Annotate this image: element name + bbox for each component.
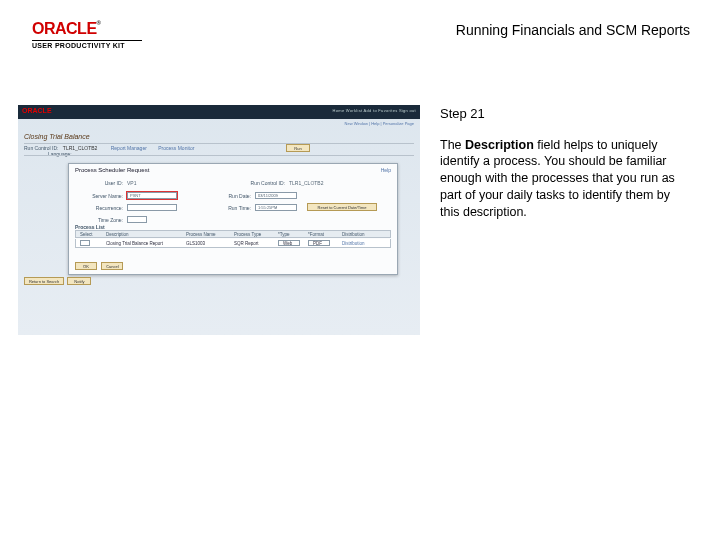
oracle-wordmark: ORACLE® [32,20,142,38]
th-select: Select [76,232,102,237]
oracle-mini-logo: ORACLE [22,107,52,114]
th-type: *Type [274,232,304,237]
app-topbar: ORACLE Home Worklist Add to Favorites Si… [18,105,420,119]
run-time-input: 1:55:25PM [255,204,297,211]
report-manager-link: Report Manager [99,145,147,151]
recurrence-input [127,204,177,211]
return-to-search-button: Return to Search [24,277,64,285]
row-description: Closing Trial Balance Report [102,241,182,246]
row-type-select: Web [278,240,300,246]
process-scheduler-modal: Process Scheduler Request Help User ID: … [68,163,398,275]
row-distribution-link: Distribution [338,241,369,246]
language-label: Language: [48,151,72,157]
time-zone-label: Time Zone: [75,217,127,223]
recurrence-label: Recurrence: [75,205,127,211]
process-monitor-link: Process Monitor [148,145,194,151]
server-name-label: Server Name: [75,193,127,199]
run-date-input: 03/11/2009 [255,192,297,199]
ok-button: OK [75,262,97,270]
user-id-value: VP1 [127,180,136,186]
step-number: Step 21 [440,105,690,123]
row-process-type: SQR Report [230,241,274,246]
page-title: Running Financials and SCM Reports [456,22,690,38]
th-distribution: Distribution [338,232,369,237]
row-format-select: PDF [308,240,330,246]
page-heading: Closing Trial Balance [24,133,90,140]
run-cntl-label: Run Control ID: [229,180,289,186]
user-id-label: User ID: [75,180,127,186]
th-description: Description [102,232,182,237]
row-process-name: GLS1003 [182,241,230,246]
run-date-label: Run Date: [209,193,255,199]
window-links: New Window | Help | Personalize Page [345,121,414,126]
server-name-input: PSNT [127,192,177,199]
notify-button: Notify [67,277,91,285]
modal-help-link: Help [381,167,391,173]
modal-title: Process Scheduler Request [69,164,397,176]
row-select-checkbox [80,240,90,246]
step-description: The Description field helps to uniquely … [440,137,690,221]
th-process-name: Process Name [182,232,230,237]
reset-datetime-button: Reset to Current Date/Time [307,203,377,211]
run-cntl-value: TLR1_CLOTB2 [289,180,323,186]
run-button: Run [286,144,310,152]
th-format: *Format [304,232,338,237]
upk-subtext: USER PRODUCTIVITY KIT [32,42,142,49]
th-process-type: Process Type [230,232,274,237]
embedded-screenshot: ORACLE Home Worklist Add to Favorites Si… [18,105,420,335]
process-list-row: Closing Trial Balance Report GLS1003 SQR… [75,239,391,248]
cancel-button: Cancel [101,262,123,270]
time-zone-input [127,216,147,223]
run-time-label: Run Time: [209,205,255,211]
oracle-upk-logo: ORACLE® USER PRODUCTIVITY KIT [32,20,142,49]
process-list-header: Select Description Process Name Process … [75,230,391,238]
top-nav-links: Home Worklist Add to Favorites Sign out [333,108,416,113]
